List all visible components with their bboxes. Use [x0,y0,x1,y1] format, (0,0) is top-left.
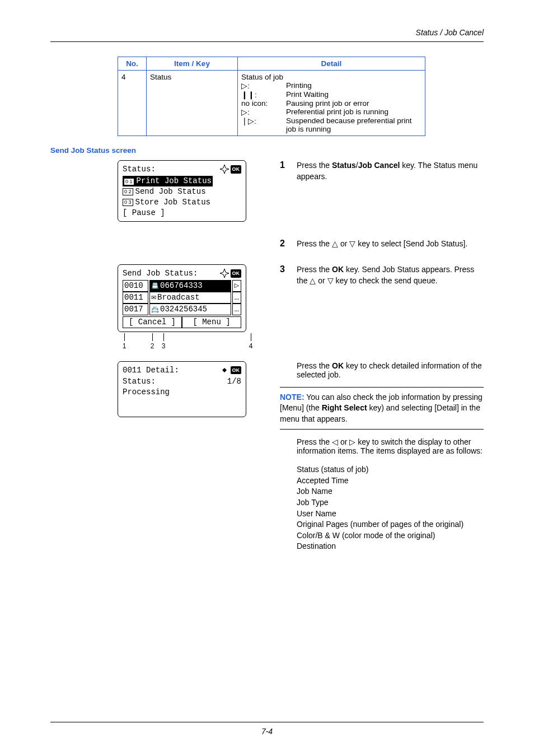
down-triangle-icon-2: ▽ [327,276,334,285]
detail-line2: Processing [123,387,241,398]
job-1-status-icon: ▷ [232,280,241,292]
note-label: NOTE: [280,393,305,402]
job-3-status-icon: … [232,304,241,315]
s3-post2: key to check the send queue. [334,276,438,285]
note-block: NOTE: You can also check the job informa… [280,387,484,430]
info-item-1: Status (status of job) [297,464,484,475]
job-3-id: 0017 [123,304,148,315]
s3-mid: or [316,276,327,285]
s3-b: OK [332,265,344,274]
step-1: 1 Press the Status/Job Cancel key. The S… [280,160,484,182]
item-02: Send Job Status [135,186,206,197]
status-icon-1: ▷: [241,81,286,90]
status-icon-3: no icon: [241,99,286,108]
step-2-num: 2 [280,239,297,250]
panel-send-title: Send Job Status: [123,268,198,279]
softkey-pause: [ Pause ] [123,208,241,218]
svg-marker-0 [220,165,229,174]
ok-badge: OK [231,165,242,173]
s1-b2: Job Cancel [358,161,400,170]
status-line-2: Print Waiting [286,90,421,99]
info-item-4: Job Type [297,497,484,508]
num-02: 0 2 [123,188,133,195]
status-title: Status of job [241,73,421,81]
ok-badge-3: OK [231,366,242,374]
softkey-menu: [ Menu ] [182,316,241,328]
td-item: Status [147,71,238,136]
callout-4: 4 [249,342,253,350]
num-01: 0 1 [124,178,134,185]
panel-status: Status: OK 0 1Print Job Status 0 2Send J… [118,160,246,222]
mail-icon: ✉ [151,293,156,302]
up-triangle-icon: △ [332,239,338,248]
status-icon-4: ▷: [241,108,286,116]
s2-mid: or [338,239,349,248]
detail-title: 0011 Detail: [123,365,179,376]
svg-marker-1 [220,269,229,278]
info-items: Status (status of job) Accepted Time Job… [297,464,484,552]
s1-b1: Status [332,161,356,170]
svg-marker-3 [224,368,227,372]
svg-marker-2 [222,368,224,372]
callouts: 1 2 3 4 [118,333,257,350]
s2-pre: Press the [297,239,332,248]
right-triangle-icon: ▷ [349,437,355,446]
ok-badge-2: OK [231,269,242,277]
step-3: 3 Press the OK key. Send Job Status appe… [280,264,484,286]
down-triangle-icon: ▽ [349,239,355,248]
s2-post: key to select [Send Job Status]. [355,239,467,248]
th-no: No. [118,57,147,71]
step-3-num: 3 [280,264,297,286]
page-number: 7-4 [261,727,273,736]
s1-pre: Press the [297,161,332,170]
info-item-6: Original Pages (number of pages of the o… [297,519,484,530]
status-line-4: Preferential print job is running [286,108,421,116]
detail-page: 1/8 [227,376,241,387]
job-3-name: 📇0324256345 [149,304,231,315]
up-triangle-icon-2: △ [310,276,316,285]
footer: 7-4 [0,722,534,736]
detail-line1-label: Status: [123,376,156,387]
job-2-id: 0011 [123,292,148,304]
fax-icon: 📇 [151,282,159,290]
nav-ok-icon-3: OK [219,365,242,375]
info-item-2: Accepted Time [297,475,484,487]
fax-icon-2: 📇 [151,305,159,314]
status-line-5: Suspended because preferential print job… [286,116,421,133]
item-03: Store Job Status [135,197,210,208]
s3-pre: Press the [297,265,332,274]
callout-2: 2 [151,342,154,350]
job-2-name: ✉Broadcast [149,292,231,304]
nav-ok-icon-2: OK [219,268,242,278]
callout-3: 3 [162,342,166,350]
note-b: Right Select [322,403,367,412]
softkey-cancel: [ Cancel ] [123,316,182,328]
item-01: Print Job Status [137,176,212,185]
td-no: 4 [118,71,147,136]
info-item-5: User Name [297,508,484,520]
callout-1: 1 [123,342,127,350]
info-item-7: Color/B & W (color mode of the original) [297,530,484,542]
sw-mid: or [338,437,349,446]
cd-b: OK [332,361,344,370]
sw-pre: Press the [297,437,332,446]
panel-send: Send Job Status: OK 0010 📇066764333 ▷ 00… [118,264,246,332]
info-item-8: Destination [297,541,484,552]
td-detail: Status of job ▷: Printing ❙❙: Print Wait… [238,71,425,136]
step-2: 2 Press the △ or ▽ key to select [Send J… [280,239,484,250]
page-header: Status / Job Cancel [50,28,484,37]
step-1-num: 1 [280,160,297,182]
status-icon-2: ❙❙: [241,90,286,99]
panel-detail: 0011 Detail: OK Status: 1/8 Processing [118,361,246,417]
status-line-3: Pausing print job or error [286,99,421,108]
panel-status-title: Status: [123,164,156,175]
job-2-status-icon: … [232,292,241,304]
section-label: Send Job Status screen [50,146,484,155]
status-icon-5: ❘▷: [241,116,286,133]
status-table: No. Item / Key Detail 4 Status Status of… [118,57,425,136]
th-detail: Detail [238,57,425,71]
nav-ok-icon: OK [219,164,242,174]
num-03: 0 3 [123,199,133,206]
th-item: Item / Key [147,57,238,71]
header-divider [50,41,484,42]
